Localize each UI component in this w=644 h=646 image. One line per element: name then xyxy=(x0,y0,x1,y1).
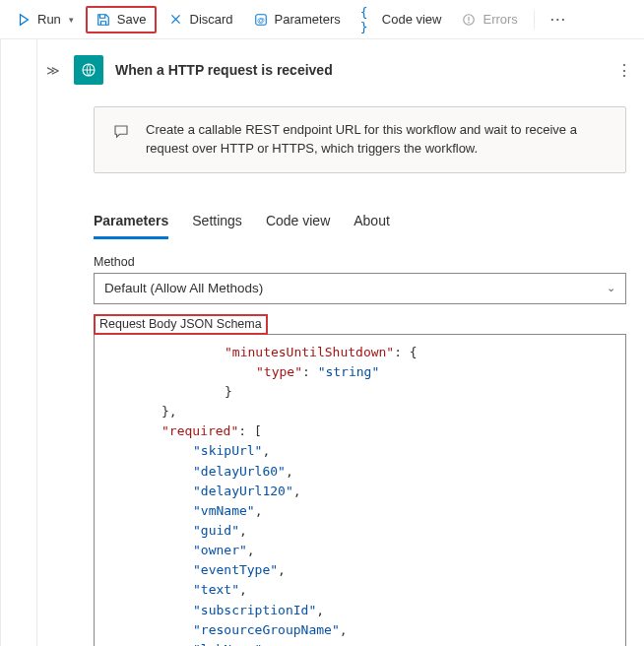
comment-icon xyxy=(112,123,130,147)
discard-button[interactable]: Discard xyxy=(161,8,241,32)
parameters-button[interactable]: @ Parameters xyxy=(245,8,349,32)
tab-parameters[interactable]: Parameters xyxy=(94,205,168,239)
parameters-icon: @ xyxy=(253,12,269,28)
tab-settings[interactable]: Settings xyxy=(192,205,242,239)
http-request-icon xyxy=(74,55,103,85)
designer-panel: ≫ When a HTTP request is received ⋮ Crea… xyxy=(0,39,644,646)
left-rail xyxy=(0,39,37,646)
trigger-header: ≫ When a HTTP request is received ⋮ xyxy=(38,39,644,100)
save-button[interactable]: Save xyxy=(86,6,157,33)
codeview-label: Code view xyxy=(382,12,442,27)
parameters-label: Parameters xyxy=(275,12,341,27)
chevron-down-icon: ▾ xyxy=(69,15,74,25)
discard-label: Discard xyxy=(190,12,233,27)
svg-point-4 xyxy=(469,21,471,23)
chevron-down-icon: ⌄ xyxy=(607,282,615,294)
toolbar-separator xyxy=(534,10,535,30)
svg-text:@: @ xyxy=(257,15,265,24)
error-icon xyxy=(461,12,477,28)
method-selected-value: Default (Allow All Methods) xyxy=(104,281,263,295)
method-label: Method xyxy=(94,255,626,269)
command-bar: Run ▾ Save Discard @ Parameters { } Code… xyxy=(0,0,644,39)
tab-codeview[interactable]: Code view xyxy=(266,205,330,239)
trigger-menu-icon[interactable]: ⋮ xyxy=(616,61,632,80)
method-select[interactable]: Default (Allow All Methods) ⌄ xyxy=(94,273,626,304)
braces-icon: { } xyxy=(360,12,376,28)
info-box: Create a callable REST endpoint URL for … xyxy=(94,106,626,173)
errors-label: Errors xyxy=(483,12,517,27)
info-text: Create a callable REST endpoint URL for … xyxy=(146,121,608,159)
parameters-form: Method Default (Allow All Methods) ⌄ Req… xyxy=(38,239,644,646)
json-schema-label: Request Body JSON Schema xyxy=(94,314,268,335)
collapse-icon[interactable]: ≫ xyxy=(44,61,62,80)
errors-button: Errors xyxy=(453,8,525,32)
run-button[interactable]: Run ▾ xyxy=(8,8,82,32)
tab-about[interactable]: About xyxy=(354,205,390,239)
codeview-button[interactable]: { } Code view xyxy=(353,8,450,32)
play-icon xyxy=(16,12,32,28)
close-icon xyxy=(168,12,184,28)
save-icon xyxy=(96,12,111,28)
more-button[interactable]: ··· xyxy=(543,8,575,31)
trigger-title: When a HTTP request is received xyxy=(115,62,333,78)
tab-row: Parameters Settings Code view About xyxy=(38,199,644,239)
save-label: Save xyxy=(117,12,147,27)
run-label: Run xyxy=(37,12,61,27)
json-schema-editor[interactable]: "minutesUntilShutdown": {"type": "string… xyxy=(94,334,626,646)
